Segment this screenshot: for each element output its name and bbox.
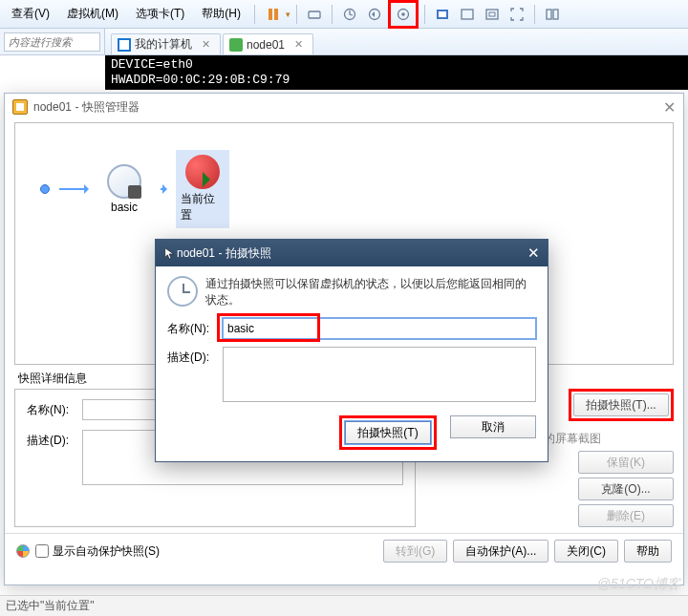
modal-desc-label: 描述(D): <box>167 347 219 366</box>
menu-tabs[interactable]: 选项卡(T) <box>128 2 192 26</box>
svg-rect-7 <box>462 10 473 19</box>
tabstrip: 我的计算机 ✕ node01 ✕ <box>105 29 688 55</box>
snapshot-node-basic[interactable]: basic <box>97 164 151 214</box>
svg-rect-6 <box>439 11 446 17</box>
snapshot-icon <box>107 164 141 199</box>
separator <box>534 5 535 24</box>
dialog-body: 通过拍摄快照可以保留虚拟机的状态，以便以后您能返回相同的状态。 名称(N): 描… <box>156 266 548 408</box>
dialog-intro: 通过拍摄快照可以保留虚拟机的状态，以便以后您能返回相同的状态。 <box>167 276 536 308</box>
highlight-take-snapshot: 拍摄快照(T)... <box>569 389 674 421</box>
snapshot-take-icon[interactable] <box>338 4 361 25</box>
checkbox-label: 显示自动保护快照(S) <box>53 543 160 560</box>
row2: 我的计算机 ✕ node01 ✕ <box>0 29 688 55</box>
watermark: @51CTO博客 <box>597 576 680 593</box>
statusbar: 已选中"当前位置" <box>0 595 688 616</box>
svg-rect-0 <box>309 11 320 18</box>
snapshot-revert-icon[interactable] <box>363 4 386 25</box>
highlight-snapshot-manager <box>388 0 419 29</box>
lock-icon <box>128 185 141 199</box>
dialog-take-button[interactable]: 拍摄快照(T) <box>345 421 431 444</box>
svg-rect-8 <box>486 10 498 19</box>
autoprotect-button[interactable]: 自动保护(A)... <box>453 540 548 563</box>
vmware-icon <box>12 99 28 115</box>
computer-icon <box>118 38 131 52</box>
snapshot-label: basic <box>111 201 138 214</box>
svg-rect-10 <box>547 10 551 19</box>
tab-node01[interactable]: node01 ✕ <box>223 33 313 54</box>
modal-name-input[interactable] <box>223 318 536 339</box>
separator <box>296 5 297 24</box>
menu-vm[interactable]: 虚拟机(M) <box>59 2 126 26</box>
tab-my-computer[interactable]: 我的计算机 ✕ <box>111 33 221 54</box>
separator <box>424 5 425 24</box>
shield-icon <box>16 544 30 558</box>
close-button[interactable]: 关闭(C) <box>554 540 618 563</box>
goto-button: 转到(G) <box>383 540 447 563</box>
dialog-cancel-button[interactable]: 取消 <box>450 415 536 438</box>
modal-desc-input[interactable] <box>223 347 536 402</box>
view-fullscreen-icon[interactable] <box>505 4 528 25</box>
here-label: 当前位置 <box>181 191 225 223</box>
arrow-icon <box>59 188 88 190</box>
you-are-here-icon <box>185 155 220 189</box>
checkbox-input[interactable] <box>35 544 49 558</box>
take-snapshot-dialog: node01 - 拍摄快照 ✕ 通过拍摄快照可以保留虚拟机的状态，以便以后您能返… <box>155 239 548 462</box>
delete-button: 删除(E) <box>578 504 674 527</box>
close-icon[interactable]: ✕ <box>294 38 303 51</box>
arrow-icon <box>161 188 166 190</box>
sidebar-search-input[interactable] <box>4 32 100 52</box>
clock-icon <box>167 276 198 307</box>
modal-name-label: 名称(N): <box>167 318 219 337</box>
close-icon[interactable]: ✕ <box>527 244 540 262</box>
dialog-titlebar[interactable]: node01 - 拍摄快照 ✕ <box>156 240 548 266</box>
highlight-take-button: 拍摄快照(T) <box>339 415 437 450</box>
help-button[interactable]: 帮助 <box>624 540 672 563</box>
close-icon[interactable]: ✕ <box>663 98 676 117</box>
view-unity-icon[interactable] <box>481 4 504 25</box>
svg-point-4 <box>401 12 405 16</box>
menu-view[interactable]: 查看(V) <box>4 2 57 26</box>
menubar: 查看(V) 虚拟机(M) 选项卡(T) 帮助(H) ▾ <box>0 0 688 29</box>
show-autoprotect-checkbox[interactable]: 显示自动保护快照(S) <box>35 543 160 560</box>
pause-button[interactable] <box>261 4 286 25</box>
snapshot-manager-icon[interactable] <box>392 4 415 25</box>
dialog-title: node01 - 拍摄快照 <box>177 245 271 262</box>
separator <box>254 5 255 24</box>
svg-rect-11 <box>553 10 558 19</box>
vm-icon <box>229 38 243 52</box>
tab-label: node01 <box>247 38 285 52</box>
separator <box>332 5 333 24</box>
take-snapshot-button[interactable]: 拍摄快照(T)... <box>573 393 669 416</box>
dialog-intro-text: 通过拍摄快照可以保留虚拟机的状态，以便以后您能返回相同的状态。 <box>205 276 536 308</box>
menu-help[interactable]: 帮助(H) <box>194 2 248 26</box>
window-title: node01 - 快照管理器 <box>33 99 140 116</box>
svg-rect-9 <box>489 12 495 16</box>
status-text: 已选中"当前位置" <box>6 598 95 614</box>
cursor-icon <box>163 246 177 260</box>
keep-button: 保留(K) <box>578 451 674 474</box>
send-ctrl-alt-del-icon[interactable] <box>303 4 326 25</box>
tab-label: 我的计算机 <box>135 36 192 53</box>
sidebar-search <box>0 29 105 55</box>
you-are-here-node[interactable]: 当前位置 <box>176 150 229 228</box>
dialog-actions: 拍摄快照(T) 取消 <box>156 408 548 461</box>
view-fit-icon[interactable] <box>431 4 454 25</box>
start-node-icon <box>40 184 50 194</box>
view-library-icon[interactable] <box>541 4 564 25</box>
view-console-icon[interactable] <box>456 4 479 25</box>
manager-bottom-bar: 显示自动保护快照(S) 转到(G) 自动保护(A)... 关闭(C) 帮助 <box>5 533 683 572</box>
clone-button[interactable]: 克隆(O)... <box>578 478 674 500</box>
name-label: 名称(N): <box>27 399 76 418</box>
close-icon[interactable]: ✕ <box>202 38 210 51</box>
desc-label: 描述(D): <box>27 430 76 449</box>
window-titlebar: node01 - 快照管理器 ✕ <box>5 94 683 120</box>
terminal-output: DEVICE=eth0 HWADDR=00:0C:29:0B:C9:79 <box>105 55 688 90</box>
